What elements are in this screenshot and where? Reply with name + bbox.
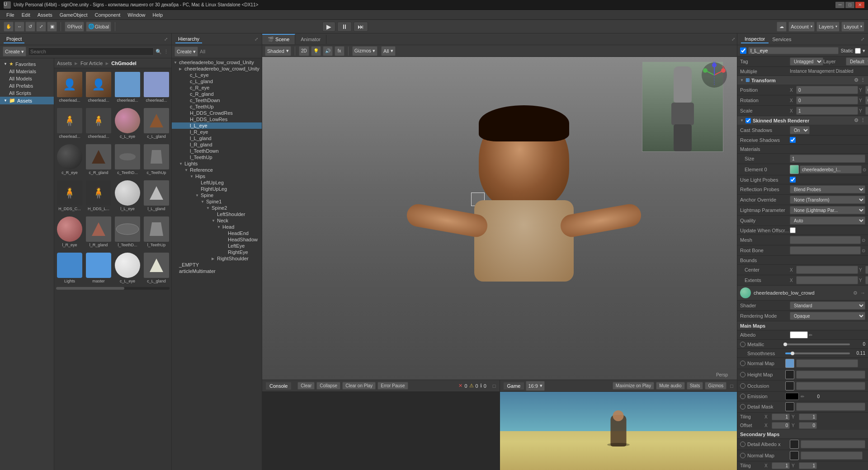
list-item[interactable]: ▼Spine — [172, 192, 262, 198]
list-item[interactable]: articleMultimater — [172, 268, 262, 274]
list-item[interactable]: c_L_gland — [143, 106, 170, 141]
emission-edit-btn[interactable]: ✏ — [801, 394, 804, 399]
project-options-btn[interactable]: ⋮ — [164, 49, 169, 55]
list-item[interactable]: ▶cheerleaderebo_low_crowd_Unity — [172, 66, 262, 72]
tag-select[interactable]: Untagged — [790, 57, 823, 66]
element0-target-btn[interactable]: ⊙ — [863, 167, 866, 172]
detail-mask-input[interactable] — [796, 403, 865, 411]
tool-rect[interactable]: ▣ — [47, 22, 57, 32]
layer-select[interactable]: Default — [846, 57, 868, 66]
pivot-btn[interactable]: ⊙ Pivot — [65, 22, 84, 32]
tool-move[interactable]: ↔ — [14, 22, 24, 32]
inspector-tab[interactable]: Inspector — [741, 35, 769, 43]
offset-x-input[interactable] — [772, 422, 790, 429]
height-map-input[interactable] — [796, 371, 865, 379]
breadcrumb-assets[interactable]: Assets — [57, 61, 72, 66]
tool-rotate[interactable]: ↺ — [25, 22, 35, 32]
bounds-ey-input[interactable] — [865, 276, 868, 284]
root-bone-target-btn[interactable]: ⊙ — [862, 248, 865, 253]
list-item[interactable]: 🧍 cheerlead... — [56, 106, 83, 141]
list-item[interactable]: ▼Spine2 — [172, 205, 262, 211]
smoothness-slider[interactable] — [785, 352, 850, 354]
list-item[interactable]: 🧍 H_DDS_C... — [56, 179, 83, 213]
offset-y-input[interactable] — [799, 422, 817, 429]
scene-2d-btn[interactable]: 2D — [299, 46, 309, 56]
list-item[interactable]: 👤 cheerlead... — [56, 70, 83, 104]
tiling-y-input[interactable] — [799, 414, 817, 420]
skinned-mesh-section[interactable]: ▼ Skinned Mesh Renderer ⚙ ⋮ — [737, 116, 868, 125]
metallic-slider[interactable] — [785, 343, 850, 345]
bounds-ex-input[interactable] — [796, 276, 858, 284]
list-item[interactable]: l_L_gland — [172, 135, 262, 141]
account-dropdown[interactable]: Account ▾ — [788, 22, 815, 32]
cast-shadows-select[interactable]: On — [790, 126, 810, 134]
services-tab[interactable]: Services — [769, 36, 795, 43]
menu-help[interactable]: Help — [149, 11, 166, 19]
occlusion-input[interactable] — [796, 382, 865, 390]
position-y-input[interactable] — [865, 86, 868, 94]
object-name-input[interactable] — [748, 47, 839, 54]
console-collapse-btn[interactable]: Collapse — [316, 382, 340, 390]
list-item[interactable]: H_DDS_CrowdRes — [172, 110, 262, 116]
list-item[interactable]: c_R_eye — [56, 142, 83, 177]
list-item[interactable]: l_TeethD... — [114, 215, 141, 249]
list-item[interactable]: c_L_gland — [172, 78, 262, 85]
layout-dropdown[interactable]: Layout ▾ — [841, 22, 864, 32]
tab-scene[interactable]: 🎬 Scene — [262, 34, 295, 44]
global-btn[interactable]: 🌐 Global — [86, 22, 111, 32]
secondary-normal-preview[interactable] — [790, 451, 799, 460]
layers-dropdown[interactable]: Layers ▾ — [816, 22, 840, 32]
bounds-cy-input[interactable] — [865, 266, 868, 274]
albedo-color-swatch[interactable] — [790, 331, 808, 338]
list-item[interactable]: LeftEye — [172, 243, 262, 249]
root-bone-input[interactable] — [790, 246, 861, 254]
scene-light-btn[interactable]: 💡 — [311, 46, 321, 56]
list-item[interactable]: ▼Neck — [172, 217, 262, 224]
console-error-pause-btn[interactable]: Error Pause — [377, 382, 408, 390]
list-item[interactable]: ▼Lights — [172, 160, 262, 167]
secondary-tiling-y-input[interactable] — [799, 462, 817, 469]
list-item[interactable]: c_TeethD... — [114, 142, 141, 177]
list-item[interactable]: ▼Spine1 — [172, 198, 262, 205]
list-item[interactable]: c_TeethUp — [143, 142, 170, 177]
rotation-y-input[interactable] — [865, 96, 868, 104]
list-item[interactable]: c_R_eye — [172, 85, 262, 91]
game-resize-btn[interactable]: □ — [730, 383, 733, 389]
aspect-ratio-dropdown[interactable]: 16:9 ▾ — [526, 381, 544, 391]
console-clear-btn[interactable]: Clear — [297, 382, 315, 390]
mesh-input[interactable] — [790, 236, 861, 244]
detail-albedo-preview[interactable] — [790, 440, 799, 449]
project-tab[interactable]: Project — [4, 35, 24, 43]
breadcrumb-forarticle[interactable]: For Article — [80, 61, 103, 66]
list-item[interactable]: LeftShoulder — [172, 211, 262, 217]
menu-file[interactable]: File — [3, 11, 18, 19]
material-expand-btn[interactable]: → — [860, 290, 865, 296]
list-item[interactable]: l_TeethUp — [172, 154, 262, 160]
secondary-normal-input[interactable] — [801, 451, 863, 460]
list-item[interactable]: l_TeethDown — [172, 148, 262, 154]
detail-mask-preview[interactable] — [785, 402, 794, 411]
list-item[interactable]: cheerlead... — [114, 70, 141, 104]
list-item[interactable]: c_L_eye — [114, 251, 141, 285]
minimize-btn[interactable]: ─ — [835, 2, 844, 8]
tool-hand[interactable]: ✋ — [4, 22, 14, 32]
element0-input[interactable] — [800, 165, 862, 174]
list-item[interactable]: HeadEnd — [172, 230, 262, 236]
normal-map-input[interactable] — [796, 359, 858, 367]
game-view[interactable] — [500, 392, 737, 470]
game-maximize-btn[interactable]: Maximize on Play — [613, 382, 654, 390]
object-active-checkbox[interactable] — [740, 47, 746, 54]
project-search-input[interactable] — [28, 47, 154, 56]
sidebar-all-materials[interactable]: All Materials — [0, 68, 54, 75]
menu-assets[interactable]: Assets — [34, 11, 56, 19]
list-item[interactable]: c_L_eye — [114, 106, 141, 141]
mesh-target-btn[interactable]: ⊙ — [862, 238, 865, 243]
list-item[interactable]: ▼cheerleaderebo_low_crowd_Unity — [172, 59, 262, 66]
scale-x-input[interactable] — [796, 107, 858, 115]
smr-options[interactable]: ⚙ — [854, 118, 859, 123]
update-offscreen-checkbox[interactable] — [790, 227, 796, 233]
tiling-x-input[interactable] — [772, 414, 790, 420]
scene-resize-btn[interactable]: ⤢ — [730, 35, 737, 43]
list-item[interactable]: RightEye — [172, 249, 262, 255]
step-btn[interactable]: ⏭ — [354, 22, 368, 32]
